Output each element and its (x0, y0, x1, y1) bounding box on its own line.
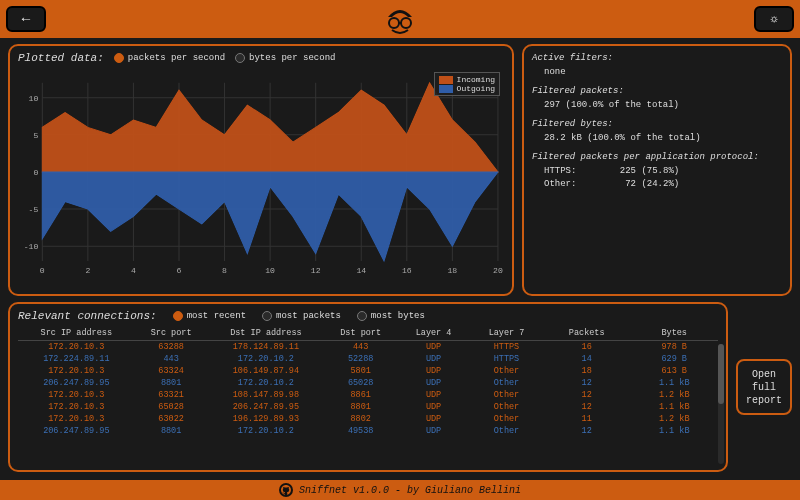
connections-panel: Relevant connections: most recent most p… (8, 302, 728, 472)
table-cell: 443 (135, 353, 208, 365)
radio-label: most packets (276, 311, 341, 321)
table-cell: 172.20.10.2 (208, 377, 325, 389)
table-row[interactable]: 172.20.10.363324106.149.87.945801UDPOthe… (18, 365, 718, 377)
radio-label: bytes per second (249, 53, 335, 63)
report-button-label: Openfullreport (746, 368, 782, 407)
svg-text:18: 18 (448, 266, 458, 275)
github-icon[interactable] (279, 483, 293, 497)
svg-text:6: 6 (177, 266, 182, 275)
table-cell: 172.20.10.3 (18, 389, 135, 401)
table-cell: UDP (397, 413, 470, 425)
svg-text:14: 14 (356, 266, 366, 275)
table-cell: UDP (397, 425, 470, 437)
table-cell: HTTPS (470, 353, 543, 365)
table-cell: 63288 (135, 341, 208, 354)
arrow-left-icon: ← (22, 11, 30, 27)
table-cell: 11 (543, 413, 631, 425)
table-cell: 629 B (630, 353, 718, 365)
topbar: ← ☼ (0, 0, 800, 38)
table-row[interactable]: 172.20.10.365028206.247.89.958801UDPOthe… (18, 401, 718, 413)
svg-text:10: 10 (29, 94, 39, 103)
proto-breakdown-label: Filtered packets per application protoco… (532, 151, 782, 165)
connections-header: Relevant connections: most recent most p… (18, 310, 718, 322)
table-cell: 12 (543, 377, 631, 389)
svg-text:0: 0 (33, 168, 38, 177)
radio-dot-icon (114, 53, 124, 63)
table-header: Layer 4 (397, 326, 470, 341)
svg-text:8: 8 (222, 266, 227, 275)
table-cell: 12 (543, 425, 631, 437)
radio-bytes-per-second[interactable]: bytes per second (235, 53, 335, 63)
table-cell: UDP (397, 341, 470, 354)
table-cell: 178.124.89.11 (208, 341, 325, 354)
table-row[interactable]: 206.247.89.958801172.20.10.249538UDPOthe… (18, 425, 718, 437)
radio-label: most recent (187, 311, 246, 321)
table-cell: Other (470, 389, 543, 401)
table-cell: 63022 (135, 413, 208, 425)
scrollbar-thumb[interactable] (718, 344, 724, 404)
svg-point-1 (401, 18, 411, 28)
radio-packets-per-second[interactable]: packets per second (114, 53, 225, 63)
open-full-report-button[interactable]: Openfullreport (736, 359, 792, 415)
table-cell: 14 (543, 353, 631, 365)
theme-toggle-button[interactable]: ☼ (754, 6, 794, 32)
filtered-packets-label: Filtered packets: (532, 85, 782, 99)
table-row[interactable]: 206.247.89.958801172.20.10.265028UDPOthe… (18, 377, 718, 389)
table-cell: UDP (397, 401, 470, 413)
table-cell: 18 (543, 365, 631, 377)
radio-label: packets per second (128, 53, 225, 63)
table-cell: 172.20.10.3 (18, 413, 135, 425)
radio-label: most bytes (371, 311, 425, 321)
legend-incoming: Incoming (457, 75, 495, 84)
filtered-bytes-label: Filtered bytes: (532, 118, 782, 132)
svg-text:16: 16 (402, 266, 412, 275)
table-cell: UDP (397, 353, 470, 365)
table-row[interactable]: 172.224.89.11443172.20.10.252288UDPHTTPS… (18, 353, 718, 365)
table-cell: 8861 (324, 389, 397, 401)
table-row[interactable]: 172.20.10.363321108.147.89.988861UDPOthe… (18, 389, 718, 401)
table-cell: 16 (543, 341, 631, 354)
radio-dot-icon (173, 311, 183, 321)
table-cell: 49538 (324, 425, 397, 437)
table-row[interactable]: 172.20.10.363288178.124.89.11443UDPHTTPS… (18, 341, 718, 354)
table-cell: 63321 (135, 389, 208, 401)
proto-row: HTTPS:225 (75.8%) (532, 165, 782, 179)
plot-header: Plotted data: packets per second bytes p… (18, 52, 504, 64)
table-row[interactable]: 172.20.10.363022196.129.89.938802UDPOthe… (18, 413, 718, 425)
table-cell: 206.247.89.95 (18, 377, 135, 389)
connections-table: Src IP addressSrc portDst IP addressDst … (18, 326, 718, 437)
table-cell: 172.20.10.3 (18, 341, 135, 354)
table-cell: 1.2 kB (630, 413, 718, 425)
filtered-bytes-value: 28.2 kB (100.0% of the total) (532, 132, 782, 146)
radio-most-recent[interactable]: most recent (173, 311, 246, 321)
table-cell: 52288 (324, 353, 397, 365)
svg-text:4: 4 (131, 266, 136, 275)
radio-dot-icon (235, 53, 245, 63)
table-cell: 8801 (324, 401, 397, 413)
table-cell: Other (470, 365, 543, 377)
back-button[interactable]: ← (6, 6, 46, 32)
table-cell: Other (470, 377, 543, 389)
table-cell: 106.149.87.94 (208, 365, 325, 377)
table-cell: UDP (397, 377, 470, 389)
svg-text:0: 0 (40, 266, 45, 275)
svg-text:2: 2 (85, 266, 90, 275)
table-cell: 65028 (135, 401, 208, 413)
connections-scrollbar[interactable] (718, 344, 724, 464)
footer: Sniffnet v1.0.0 - by Giuliano Bellini (0, 480, 800, 500)
filters-panel: Active filters: none Filtered packets: 2… (522, 44, 792, 296)
table-cell: 172.20.10.3 (18, 401, 135, 413)
table-cell: 8801 (135, 425, 208, 437)
table-cell: 172.20.10.2 (208, 425, 325, 437)
table-cell: 108.147.89.98 (208, 389, 325, 401)
table-cell: 172.20.10.3 (18, 365, 135, 377)
table-cell: 1.1 kB (630, 425, 718, 437)
radio-most-bytes[interactable]: most bytes (357, 311, 425, 321)
table-header: Src port (135, 326, 208, 341)
table-cell: Other (470, 425, 543, 437)
active-filters-label: Active filters: (532, 52, 782, 66)
table-cell: 63324 (135, 365, 208, 377)
radio-dot-icon (357, 311, 367, 321)
proto-row: Other:72 (24.2%) (532, 178, 782, 192)
radio-most-packets[interactable]: most packets (262, 311, 341, 321)
